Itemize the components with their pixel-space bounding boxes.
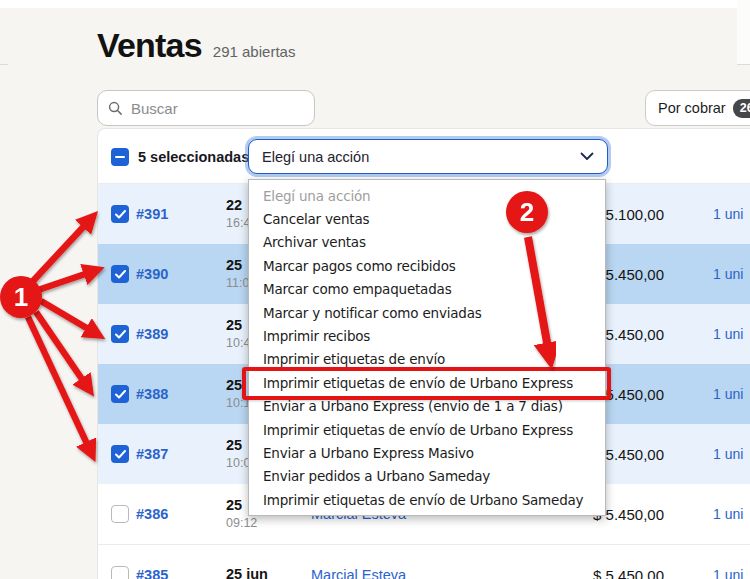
order-number-link[interactable]: #387	[136, 424, 168, 484]
order-time: 16:4	[226, 216, 250, 231]
units-link[interactable]: 1 uni	[713, 484, 743, 544]
page-header: Ventas 291 abiertas	[97, 26, 295, 65]
action-menu-item[interactable]: Marcar como empaquetadas	[249, 278, 605, 301]
order-number-link[interactable]: #385	[136, 545, 168, 579]
order-number-link[interactable]: #391	[136, 184, 168, 244]
filter-label: Por cobrar	[658, 100, 726, 116]
action-menu-item-highlighted[interactable]: Imprimir etiquetas de envío de Urbano Ex…	[249, 371, 605, 394]
units-link[interactable]: 1 uni	[713, 545, 743, 579]
order-date: 25 jun	[226, 566, 268, 579]
order-number-link[interactable]: #389	[136, 304, 168, 364]
check-icon	[115, 450, 126, 459]
search-icon	[108, 101, 123, 116]
edge-divider-left	[0, 64, 8, 65]
order-number-link[interactable]: #390	[136, 244, 168, 304]
edge-decoration	[737, 0, 750, 64]
action-menu-item[interactable]: Imprimir recibos	[249, 324, 605, 347]
action-menu-item[interactable]: Elegí una acción	[249, 184, 605, 207]
order-number-link[interactable]: #386	[136, 484, 168, 544]
order-day: 25	[226, 437, 250, 454]
bulk-action-select[interactable]: Elegí una acción	[248, 139, 608, 174]
chevron-down-icon	[580, 152, 594, 161]
check-icon	[115, 390, 126, 399]
check-icon	[115, 330, 126, 339]
page-title: Ventas	[97, 26, 202, 65]
row-checkbox[interactable]	[111, 325, 129, 343]
step1-arrows	[28, 224, 90, 446]
selected-count-label: 5 seleccionadas	[138, 129, 249, 184]
order-day: 25 jun	[226, 566, 268, 579]
order-total: $ 5.450,00	[514, 545, 664, 579]
edge-divider-right	[737, 64, 750, 65]
action-menu-item[interactable]: Imprimir etiquetas de envío	[249, 348, 605, 371]
action-menu-item[interactable]: Enviar a Urbano Express (envio de 1 a 7 …	[249, 395, 605, 418]
por-cobrar-filter-button[interactable]: Por cobrar 267	[645, 90, 750, 126]
open-count-label: 291 abiertas	[213, 43, 296, 60]
select-all-checkbox[interactable]	[111, 148, 129, 166]
svg-text:1: 1	[14, 282, 28, 312]
order-day: 25	[226, 317, 250, 334]
order-number-link[interactable]: #388	[136, 364, 168, 424]
action-menu-item[interactable]: Archivar ventas	[249, 231, 605, 254]
search-input[interactable]	[131, 100, 304, 117]
step1-badge: 1	[0, 276, 42, 318]
top-strip	[0, 0, 750, 8]
action-menu-item[interactable]: Enviar pedidos a Urbano Sameday	[249, 465, 605, 488]
order-time: 10:4	[226, 336, 250, 351]
action-menu-item[interactable]: Cancelar ventas	[249, 207, 605, 230]
order-time: 10:0	[226, 456, 250, 471]
check-icon	[115, 210, 126, 219]
units-link[interactable]: 1 uni	[713, 424, 743, 484]
action-menu-item[interactable]: Marcar y notificar como enviadas	[249, 301, 605, 324]
order-time: 11:0	[226, 276, 249, 291]
action-menu-item[interactable]: Imprimir etiquetas de envío de Urbano Sa…	[249, 488, 605, 511]
search-box[interactable]	[97, 90, 315, 126]
order-date: 2511:0	[226, 257, 249, 291]
units-link[interactable]: 1 uni	[713, 244, 743, 304]
bulk-action-menu: Elegí una acciónCancelar ventasArchivar …	[248, 179, 606, 516]
row-checkbox[interactable]	[111, 205, 129, 223]
units-link[interactable]: 1 uni	[713, 184, 743, 244]
action-menu-item[interactable]: Enviar a Urbano Express Masivo	[249, 441, 605, 464]
check-icon	[115, 270, 126, 279]
select-value: Elegí una acción	[262, 149, 369, 165]
order-day: 25	[226, 257, 249, 274]
row-checkbox[interactable]	[111, 445, 129, 463]
filter-count-badge: 267	[733, 99, 750, 118]
customer-link[interactable]: Marcial Esteva	[311, 545, 406, 579]
bulk-actions-bar: 5 seleccionadas Elegí una acción	[98, 129, 750, 184]
order-day: 25	[226, 377, 250, 394]
action-menu-item[interactable]: Marcar pagos como recibidos	[249, 254, 605, 277]
table-row: #38525 junMarcial Esteva$ 5.450,001 uni	[98, 544, 750, 579]
units-link[interactable]: 1 uni	[713, 364, 743, 424]
ventas-page: Ventas 291 abiertas Por cobrar 267 5 sel…	[0, 0, 750, 579]
order-time: 09:12	[226, 516, 257, 531]
order-day: 22	[226, 197, 250, 214]
row-checkbox[interactable]	[111, 566, 129, 579]
action-menu-item[interactable]: Imprimir etiquetas de envío de Urbano Ex…	[249, 418, 605, 441]
row-checkbox[interactable]	[111, 385, 129, 403]
order-date: 2216:4	[226, 197, 250, 231]
order-date: 2510:1	[226, 377, 250, 411]
units-link[interactable]: 1 uni	[713, 304, 743, 364]
row-checkbox[interactable]	[111, 265, 129, 283]
order-date: 2510:0	[226, 437, 250, 471]
order-time: 10:1	[226, 396, 250, 411]
order-date: 2510:4	[226, 317, 250, 351]
indeterminate-icon	[115, 156, 125, 159]
row-checkbox[interactable]	[111, 505, 129, 523]
